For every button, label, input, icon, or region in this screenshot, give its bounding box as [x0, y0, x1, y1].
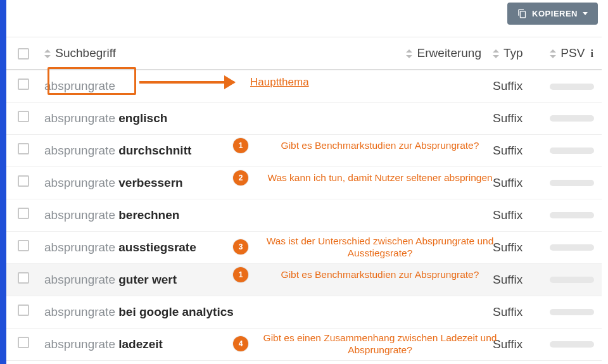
psv-bar — [550, 341, 594, 348]
psv-cell — [546, 296, 602, 328]
type-cell: Suffix — [489, 134, 546, 166]
term-cell: absprungrate berechnen — [41, 199, 489, 231]
type-cell: Suffix — [489, 231, 546, 263]
term-extension: bei google analytics — [118, 305, 234, 318]
copy-icon — [517, 9, 527, 18]
term-cell: absprungrate verbessern — [41, 166, 489, 199]
table-row: absprungrate ausstiegsrateSuffix — [6, 231, 602, 263]
info-icon[interactable]: i — [591, 48, 593, 60]
row-checkbox[interactable] — [18, 304, 29, 316]
psv-cell — [546, 102, 602, 134]
term-base: absprungrate — [44, 273, 115, 286]
psv-cell — [546, 166, 602, 199]
psv-cell — [546, 328, 602, 360]
row-checkbox-cell — [6, 263, 41, 296]
term-cell: absprungrate ausstiegsrate — [41, 231, 489, 263]
psv-cell — [546, 231, 602, 263]
table-row: absprungrate berechnenSuffix — [6, 199, 602, 231]
psv-bar — [550, 115, 594, 122]
term-base: absprungrate — [44, 337, 115, 351]
type-cell: Suffix — [489, 263, 546, 296]
header-type[interactable]: Typ — [489, 37, 546, 70]
term-base: absprungrate — [44, 111, 115, 125]
header-term-label: Suchbegriff — [55, 46, 116, 60]
term-cell: absprungrate bei google analytics — [41, 296, 489, 328]
sort-icon — [406, 49, 412, 58]
header-psv-label: PSV — [560, 46, 585, 60]
keyword-table: Suchbegriff Erweiterung Typ PSV i — [6, 37, 602, 361]
psv-bar — [550, 309, 594, 315]
row-checkbox-cell — [6, 328, 41, 360]
term-extension: berechnen — [118, 208, 179, 222]
row-checkbox[interactable] — [18, 208, 29, 219]
row-checkbox[interactable] — [18, 78, 29, 90]
term-extension: guter wert — [118, 273, 177, 286]
term-base: absprungrate — [44, 305, 115, 318]
header-checkbox-cell — [6, 37, 41, 70]
term-base: absprungrate — [44, 208, 115, 222]
table-row: absprungrate guter wertSuffix — [6, 263, 602, 296]
header-extension-label: Erweiterung — [417, 46, 481, 60]
term-base: absprungrate — [44, 79, 115, 92]
psv-bar — [550, 244, 594, 251]
table-row: absprungrate bei google analyticsSuffix — [6, 296, 602, 328]
select-all-checkbox[interactable] — [18, 48, 29, 60]
term-cell: absprungrate ladezeit — [41, 328, 489, 360]
type-cell: Suffix — [489, 328, 546, 360]
term-extension: verbessern — [118, 176, 182, 189]
term-extension: ausstiegsrate — [118, 241, 196, 254]
term-cell: absprungrate guter wert — [41, 263, 489, 296]
row-checkbox-cell — [6, 231, 41, 263]
term-cell: absprungrate — [41, 70, 489, 102]
sort-icon — [44, 49, 51, 58]
row-checkbox[interactable] — [18, 337, 29, 348]
type-cell: Suffix — [489, 102, 546, 134]
row-checkbox[interactable] — [18, 143, 29, 154]
table-row: absprungrateSuffix — [6, 70, 602, 102]
table-row: absprungrate englischSuffix — [6, 102, 602, 134]
sort-icon — [493, 49, 499, 58]
psv-bar — [550, 147, 594, 154]
row-checkbox-cell — [6, 296, 41, 328]
row-checkbox-cell — [6, 134, 41, 166]
psv-cell — [546, 70, 602, 102]
copy-button[interactable]: KOPIEREN — [507, 3, 598, 25]
type-cell: Suffix — [489, 296, 546, 328]
psv-bar — [550, 84, 594, 90]
row-checkbox[interactable] — [18, 240, 29, 251]
header-type-label: Typ — [504, 46, 523, 60]
type-cell: Suffix — [489, 70, 546, 102]
table-row: absprungrate durchschnittSuffix — [6, 134, 602, 166]
topbar: KOPIEREN — [6, 0, 602, 37]
type-cell: Suffix — [489, 166, 546, 199]
chevron-down-icon — [583, 12, 588, 15]
header-psv[interactable]: PSV i — [546, 37, 602, 70]
row-checkbox[interactable] — [18, 111, 29, 122]
row-checkbox[interactable] — [18, 272, 29, 284]
table-row: absprungrate verbessernSuffix — [6, 166, 602, 199]
term-base: absprungrate — [44, 176, 115, 189]
term-base: absprungrate — [44, 144, 115, 157]
table-row: absprungrate ladezeitSuffix — [6, 328, 602, 360]
psv-bar — [550, 277, 594, 283]
sort-icon — [550, 49, 556, 58]
psv-cell — [546, 263, 602, 296]
psv-cell — [546, 134, 602, 166]
row-checkbox[interactable] — [18, 175, 29, 187]
psv-cell — [546, 199, 602, 231]
term-extension: durchschnitt — [118, 144, 191, 157]
psv-bar — [550, 180, 594, 186]
header-term[interactable]: Suchbegriff Erweiterung — [41, 37, 489, 70]
term-extension: ladezeit — [118, 337, 163, 351]
copy-button-label: KOPIEREN — [532, 9, 578, 18]
term-extension: englisch — [118, 111, 167, 125]
row-checkbox-cell — [6, 199, 41, 231]
term-cell: absprungrate durchschnitt — [41, 134, 489, 166]
row-checkbox-cell — [6, 102, 41, 134]
term-base: absprungrate — [44, 241, 115, 254]
psv-bar — [550, 212, 594, 218]
term-cell: absprungrate englisch — [41, 102, 489, 134]
page-root: KOPIEREN Suchbegriff Er — [0, 0, 608, 364]
type-cell: Suffix — [489, 199, 546, 231]
row-checkbox-cell — [6, 70, 41, 102]
